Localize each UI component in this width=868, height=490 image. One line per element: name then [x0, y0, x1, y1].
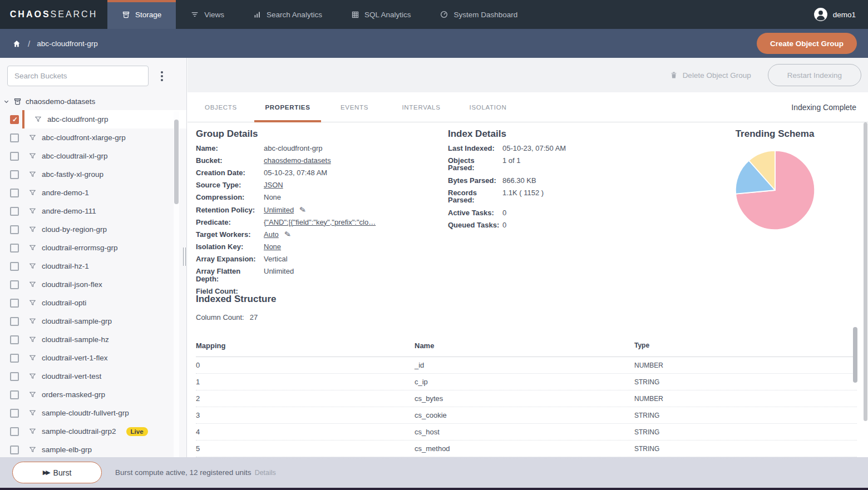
retention-policy-link[interactable]: Unlimited [264, 206, 294, 214]
checkbox[interactable] [10, 335, 19, 344]
filter-icon [29, 263, 36, 270]
object-group-item[interactable]: cloudtrail-sample-grp [0, 312, 186, 330]
object-group-item[interactable]: sample-elb-grp [0, 440, 186, 459]
filter-icon [29, 152, 36, 160]
group-name: cloudtrail-errormsg-grp [42, 244, 118, 252]
nav-item-storage[interactable]: Storage [107, 0, 176, 29]
isolation-key-link[interactable]: None [264, 243, 281, 251]
field-value: abc-cloudfront-grp [264, 145, 323, 152]
source-type-link[interactable]: JSON [264, 181, 283, 189]
checkbox[interactable] [10, 372, 19, 381]
sidebar-scrollbar-thumb[interactable] [174, 120, 179, 204]
bucket-link[interactable]: chaosdemo-datasets [264, 157, 331, 165]
tab-isolation[interactable]: ISOLATION [455, 92, 521, 122]
checkbox[interactable] [10, 299, 19, 308]
burst-details-link[interactable]: Details [255, 469, 276, 477]
sidebar-resize-handle[interactable] [183, 248, 186, 266]
create-object-group-button[interactable]: Create Object Group [757, 33, 857, 54]
tab-events[interactable]: EVENTS [321, 92, 388, 122]
search-buckets-input[interactable] [7, 66, 149, 86]
main-panel: Delete Object Group Restart Indexing OBJ… [188, 58, 868, 490]
object-group-item[interactable]: sample-cloudtrail-grp2Live [0, 422, 186, 440]
group-name: sample-cloudtr-fullvert-grp [42, 409, 129, 417]
nav-item-search-analytics[interactable]: Search Analytics [239, 0, 337, 29]
object-group-item[interactable]: orders-masked-grp [0, 385, 186, 404]
table-row: 0_idNUMBER [196, 357, 857, 374]
object-group-item[interactable]: abc-fastly-xl-group [0, 165, 186, 184]
checkbox[interactable] [10, 207, 19, 216]
checkbox[interactable] [10, 152, 19, 161]
home-icon[interactable] [12, 39, 21, 48]
checkbox[interactable] [10, 189, 19, 197]
edit-pencil-icon[interactable]: ✎ [299, 206, 306, 214]
delete-object-group-button[interactable]: Delete Object Group [670, 71, 751, 80]
selected-group-panel[interactable]: abc-cloudfront-grp [22, 110, 186, 128]
object-group-item[interactable]: cloudtrail-sample-hz [0, 330, 186, 349]
nav-item-views[interactable]: Views [176, 0, 239, 29]
group-name: abc-cloudfront-grp [47, 115, 108, 123]
group-name: cloudtrail-sample-hz [42, 335, 109, 344]
filter-icon [29, 134, 36, 141]
group-name: andre-demo-111 [42, 207, 96, 215]
nav-item-system-dashboard[interactable]: System Dashboard [425, 0, 532, 29]
object-group-item[interactable]: cloudtrail-opti [0, 294, 186, 312]
action-toolbar: Delete Object Group Restart Indexing [188, 58, 868, 92]
header-mapping: Mapping [196, 341, 415, 350]
object-group-item[interactable]: cloudtrail-vert-1-flex [0, 349, 186, 367]
checkbox[interactable] [10, 427, 19, 436]
logo-bold-text: CHAOS [10, 9, 51, 19]
checkbox[interactable] [10, 280, 19, 289]
page-scrollbar-thumb[interactable] [864, 122, 867, 421]
nav-item-sql-analytics[interactable]: SQL Analytics [337, 0, 426, 29]
object-group-item[interactable]: cloudtrail-hz-1 [0, 257, 186, 275]
filter-icon [29, 171, 36, 178]
object-group-item[interactable]: sample-cloudtr-fullvert-grp [0, 404, 186, 422]
field-value: 05-10-23, 07:48 AM [264, 169, 327, 177]
object-group-item[interactable]: abc-cloudfront-xlarge-grp [0, 128, 186, 147]
field-label: Bytes Parsed: [448, 177, 502, 185]
bucket-tree-header[interactable]: chaosdemo-datasets [0, 93, 186, 110]
burst-button[interactable]: ▶▶ Burst [12, 462, 102, 483]
checkbox[interactable] [10, 390, 19, 399]
checkbox[interactable] [10, 409, 19, 418]
chevron-down-icon[interactable] [3, 98, 9, 105]
sidebar-kebab-menu-icon[interactable] [159, 69, 165, 83]
table-scrollbar-thumb[interactable] [853, 327, 857, 383]
checkbox[interactable] [10, 354, 19, 363]
object-group-item[interactable]: andre-demo-1 [0, 184, 186, 202]
object-group-item[interactable]: cloudtrail-json-flex [0, 275, 186, 294]
field-value: 1 of 1 [502, 157, 521, 165]
restart-indexing-button[interactable]: Restart Indexing [768, 64, 861, 86]
group-name: abc-fastly-xl-group [42, 170, 103, 179]
predicate-link[interactable]: {"AND":[{"field":"key","prefix":"clo… [264, 219, 376, 226]
group-name: cloudtrail-vert-test [42, 372, 101, 380]
trending-schema-section: Trending Schema [698, 128, 851, 231]
nav-label: System Dashboard [453, 11, 517, 19]
checkbox[interactable] [10, 225, 19, 234]
tab-objects[interactable]: OBJECTS [188, 92, 254, 122]
checkbox[interactable] [10, 446, 19, 454]
checkbox-checked[interactable] [10, 115, 19, 124]
edit-pencil-icon[interactable]: ✎ [284, 230, 291, 238]
checkbox[interactable] [10, 262, 19, 271]
object-group-item[interactable]: cloudtrail-vert-test [0, 367, 186, 385]
object-group-item[interactable]: cloudtrail-errormsg-grp [0, 239, 186, 257]
burst-bar: ▶▶ Burst Burst compute active, 12 regist… [0, 457, 868, 488]
checkbox[interactable] [10, 133, 19, 142]
user-menu[interactable]: demo1 [801, 0, 868, 29]
top-navigation: CHAOSSEARCH Storage Views Search Analyti… [0, 0, 868, 29]
target-workers-link[interactable]: Auto [264, 231, 279, 239]
bucket-icon [13, 97, 22, 106]
bar-chart-icon [253, 11, 262, 19]
object-group-item[interactable]: andre-demo-111 [0, 202, 186, 220]
checkbox[interactable] [10, 170, 19, 179]
bottom-edge-strip [0, 488, 868, 490]
object-group-item[interactable]: cloud-by-region-grp [0, 220, 186, 239]
object-group-item[interactable]: abc-cloudtrail-xl-grp [0, 147, 186, 165]
checkbox[interactable] [10, 317, 19, 326]
buckets-sidebar: chaosdemo-datasets abc-cloudfront-grp ab… [0, 58, 187, 457]
tab-properties[interactable]: PROPERTIES [254, 92, 321, 122]
tab-intervals[interactable]: INTERVALS [388, 92, 455, 122]
checkbox[interactable] [10, 244, 19, 253]
object-group-item[interactable]: abc-cloudfront-grp [0, 110, 186, 128]
